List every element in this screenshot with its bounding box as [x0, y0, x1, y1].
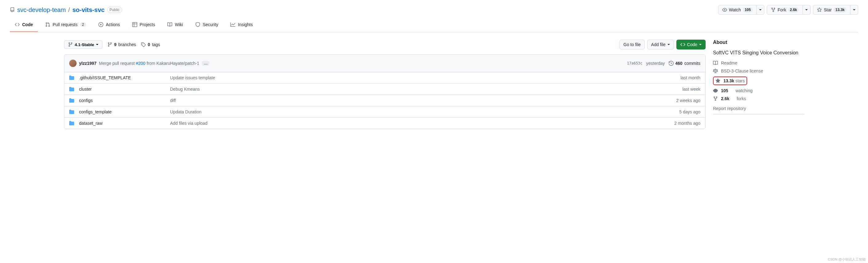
expand-commit-button[interactable]: …: [202, 61, 210, 66]
fork-icon: [771, 7, 776, 12]
file-commit-message[interactable]: Add files via upload: [170, 121, 669, 126]
code-button-label: Code: [687, 41, 697, 47]
pr-link[interactable]: #200: [136, 61, 146, 66]
code-icon: [680, 42, 685, 47]
commits-link[interactable]: 460 commits: [669, 61, 701, 66]
fork-dropdown[interactable]: [803, 5, 810, 15]
history-icon: [669, 61, 674, 66]
tab-actions-label: Actions: [106, 22, 120, 27]
tags-count: 0: [148, 42, 150, 47]
repo-name-link[interactable]: so-vits-svc: [72, 6, 104, 13]
about-heading: About: [713, 40, 804, 45]
tab-actions[interactable]: Actions: [93, 20, 125, 32]
tab-wiki-label: Wiki: [175, 22, 183, 27]
folder-icon: [69, 121, 74, 126]
tags-label: tags: [152, 42, 160, 47]
file-date: last week: [683, 87, 701, 92]
code-button[interactable]: Code: [676, 40, 706, 50]
eye-icon: [713, 88, 718, 93]
table-row: dataset_raw Add files via upload 2 month…: [64, 118, 705, 129]
pull-request-icon: [45, 22, 50, 27]
branch-name: 4.1-Stable: [75, 42, 94, 47]
fork-count: 2.6k: [788, 7, 799, 12]
table-row: .github/ISSUE_TEMPLATE Update issues tem…: [64, 72, 705, 84]
tab-code-label: Code: [22, 22, 33, 27]
shield-icon: [195, 22, 200, 27]
tab-pulls[interactable]: Pull requests 2: [40, 20, 91, 32]
commit-message[interactable]: Merge pull request #200 from KakaruHayat…: [99, 61, 199, 66]
file-name[interactable]: dataset_raw: [79, 121, 165, 126]
visibility-badge: Public: [107, 7, 122, 13]
forks-link[interactable]: 2.6k forks: [713, 96, 804, 101]
star-button[interactable]: Star 13.3k: [813, 5, 850, 15]
book-icon: [713, 61, 718, 65]
star-icon: [715, 78, 720, 83]
tab-insights[interactable]: Insights: [225, 20, 257, 32]
branch-select[interactable]: 4.1-Stable: [64, 40, 102, 49]
add-file-button[interactable]: Add file: [647, 40, 674, 50]
repo-description: SoftVC VITS Singing Voice Conversion: [713, 50, 804, 56]
watch-button[interactable]: Watch 105: [718, 5, 757, 15]
file-name[interactable]: .github/ISSUE_TEMPLATE: [79, 75, 165, 80]
file-list-box: ylzz1997 Merge pull request #200 from Ka…: [64, 54, 706, 129]
folder-icon: [69, 87, 74, 92]
commits-count: 460: [676, 61, 683, 66]
fork-button[interactable]: Fork 2.6k: [767, 5, 803, 15]
path-separator: /: [68, 6, 70, 13]
file-name[interactable]: cluster: [79, 87, 165, 92]
avatar[interactable]: [69, 60, 76, 67]
readme-link[interactable]: Readme: [713, 61, 804, 65]
commit-author[interactable]: ylzz1997: [79, 61, 97, 66]
branches-link[interactable]: 9 branches: [107, 42, 136, 47]
tab-security[interactable]: Security: [190, 20, 223, 32]
commits-label: commits: [684, 61, 701, 66]
file-commit-message[interactable]: Updata Duration: [170, 109, 675, 114]
latest-commit: ylzz1997 Merge pull request #200 from Ka…: [64, 55, 705, 72]
tab-wiki[interactable]: Wiki: [162, 20, 188, 32]
file-commit-message[interactable]: diff: [170, 98, 671, 103]
repo-icon: [10, 7, 15, 12]
watching-link[interactable]: 105 watching: [713, 88, 804, 93]
file-date: last month: [680, 75, 701, 80]
goto-file-button[interactable]: Go to file: [619, 40, 645, 50]
repo-header: svc-develop-team / so-vits-svc Public Wa…: [10, 5, 858, 20]
watch-count: 105: [743, 7, 753, 12]
branch-icon: [68, 42, 73, 47]
tab-security-label: Security: [203, 22, 218, 27]
stars-link[interactable]: 13.3k stars: [713, 76, 747, 85]
tab-projects[interactable]: Projects: [127, 20, 160, 32]
repo-owner-link[interactable]: svc-develop-team: [17, 6, 66, 13]
watch-dropdown[interactable]: [757, 5, 764, 15]
about-sidebar: About SoftVC VITS Singing Voice Conversi…: [713, 40, 804, 114]
file-name[interactable]: configs_template: [79, 109, 165, 114]
file-date: 5 days ago: [679, 109, 701, 114]
branches-count: 9: [114, 42, 117, 47]
folder-icon: [69, 75, 74, 80]
report-repository-link[interactable]: Report repository: [713, 106, 746, 111]
book-icon: [167, 22, 172, 27]
tab-projects-label: Projects: [140, 22, 155, 27]
branches-label: branches: [118, 42, 136, 47]
table-row: configs_template Updata Duration 5 days …: [64, 106, 705, 118]
tab-insights-label: Insights: [238, 22, 252, 27]
eye-icon: [722, 7, 727, 12]
fork-label: Fork: [778, 7, 786, 13]
file-date: 2 weeks ago: [676, 98, 701, 103]
star-dropdown[interactable]: [850, 5, 858, 15]
star-icon: [817, 7, 822, 12]
repo-title: svc-develop-team / so-vits-svc Public: [10, 6, 122, 13]
tab-code[interactable]: Code: [10, 20, 38, 32]
repo-actions: Watch 105 Fork 2.6k Star 13.3k: [718, 5, 858, 15]
table-icon: [132, 22, 137, 27]
tags-link[interactable]: 0 tags: [141, 42, 160, 47]
commit-sha[interactable]: 17a653c: [627, 61, 643, 65]
tab-pulls-label: Pull requests: [53, 22, 78, 27]
file-name[interactable]: configs: [79, 98, 165, 103]
star-count: 13.3k: [834, 7, 846, 12]
license-link[interactable]: BSD-3-Clause license: [713, 68, 804, 73]
file-commit-message[interactable]: Debug Kmeans: [170, 87, 678, 92]
play-icon: [98, 22, 103, 27]
graph-icon: [230, 22, 235, 27]
table-row: configs diff 2 weeks ago: [64, 95, 705, 106]
file-commit-message[interactable]: Update issues template: [170, 75, 676, 80]
